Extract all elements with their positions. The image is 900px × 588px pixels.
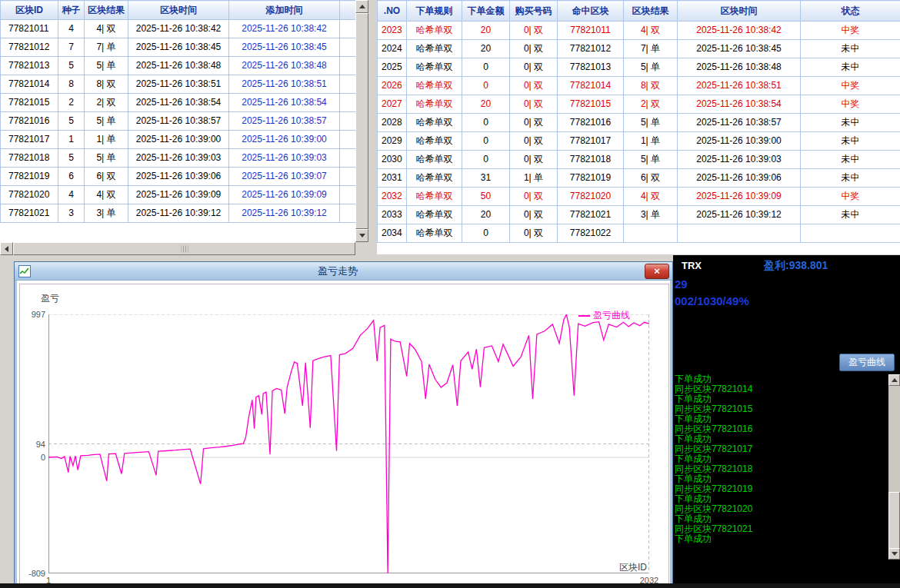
table-cell: 哈希单双 <box>407 224 462 243</box>
table-cell: 4 <box>58 20 85 38</box>
column-header[interactable]: 区块结果 <box>85 1 128 20</box>
table-cell: 5| 单 <box>85 57 128 75</box>
console-scrollbar[interactable] <box>888 374 900 560</box>
table-row[interactable]: 2025哈希单双00| 双778210135| 单2025-11-26 10:3… <box>378 58 900 77</box>
table-cell: 0| 双 <box>510 114 558 132</box>
table-row[interactable]: 7782101522| 双2025-11-26 10:38:542025-11-… <box>1 94 356 112</box>
table-cell: 2025-11-26 10:38:57 <box>229 112 340 131</box>
table-cell: 77821013 <box>558 58 624 77</box>
table-row[interactable]: 7782101144| 双2025-11-26 10:38:422025-11-… <box>1 20 356 38</box>
blocks-table-hscrollbar[interactable] <box>0 242 368 255</box>
table-cell: 77821014 <box>1 75 58 94</box>
table-row[interactable]: 7782101855| 单2025-11-26 10:39:032025-11-… <box>1 149 356 168</box>
table-row[interactable]: 7782101355| 单2025-11-26 10:38:482025-11-… <box>1 57 356 75</box>
table-cell: 0| 双 <box>510 95 558 114</box>
profit-curve-button[interactable]: 盈亏曲线 <box>839 354 895 371</box>
vscroll-thumb[interactable] <box>355 13 368 229</box>
table-row[interactable]: 7782101966| 双2025-11-26 10:39:062025-11-… <box>1 168 356 186</box>
scroll-left-button[interactable] <box>0 242 13 255</box>
table-row[interactable]: 2027哈希单双200| 双778210152| 双2025-11-26 10:… <box>378 95 900 114</box>
table-cell: 6 <box>58 168 85 186</box>
table-cell: 哈希单双 <box>407 132 462 151</box>
table-row[interactable]: 2033哈希单双200| 双778210213| 单2025-11-26 10:… <box>378 206 900 224</box>
table-cell: 77821011 <box>558 22 624 40</box>
column-header[interactable]: 命中区块 <box>558 1 624 22</box>
column-header-filler <box>340 1 356 20</box>
y-axis-title: 盈亏 <box>41 292 59 305</box>
window-title: 盈亏走势 <box>31 264 645 278</box>
table-cell: 20 <box>462 95 510 114</box>
table-row[interactable]: 2028哈希单双00| 双778210165| 单2025-11-26 10:3… <box>378 114 900 132</box>
window-body: 盈亏 区块ID 盈亏曲线 997940-80912032 <box>17 281 670 588</box>
console-scroll-up-button[interactable] <box>888 374 900 386</box>
table-cell: 未中 <box>801 40 900 58</box>
column-header[interactable]: 区块时间 <box>128 1 229 20</box>
table-row[interactable]: 7782101277| 单2025-11-26 10:38:452025-11-… <box>1 38 356 57</box>
column-header[interactable]: 区块结果 <box>624 1 678 22</box>
column-header[interactable]: 下单金额 <box>462 1 510 22</box>
table-cell: 2025-11-26 10:38:57 <box>678 114 801 132</box>
table-row[interactable]: 2026哈希单双00| 双778210148| 双2025-11-26 10:3… <box>378 77 900 95</box>
table-row[interactable]: 2030哈希单双00| 双778210185| 单2025-11-26 10:3… <box>378 151 900 169</box>
console-log[interactable]: 下单成功同步区块77821014下单成功同步区块77821015下单成功同步区块… <box>673 374 890 560</box>
table-row[interactable]: 2031哈希单双311| 单778210196| 双2025-11-26 10:… <box>378 169 900 188</box>
table-cell: 中奖 <box>801 95 900 114</box>
table-row[interactable]: 2034哈希单双00| 双77821022 <box>378 224 900 243</box>
table-cell: 0| 双 <box>510 77 558 95</box>
table-cell: 未中 <box>801 169 900 188</box>
table-row[interactable]: 2029哈希单双00| 双778210171| 单2025-11-26 10:3… <box>378 132 900 151</box>
table-row[interactable]: 2024哈希单双200| 双778210127| 单2025-11-26 10:… <box>378 40 900 58</box>
table-cell: 7| 单 <box>85 38 128 57</box>
close-button[interactable]: × <box>645 264 669 279</box>
table-cell: 未中 <box>801 206 900 224</box>
console-scroll-thumb[interactable] <box>888 492 900 550</box>
table-row[interactable]: 7782101655| 单2025-11-26 10:38:572025-11-… <box>1 112 356 131</box>
scroll-down-button[interactable] <box>355 229 368 242</box>
column-header[interactable]: 种子 <box>58 1 85 20</box>
table-cell: 2025-11-26 10:39:06 <box>128 168 229 186</box>
table-cell: 77821013 <box>1 57 58 75</box>
table-cell: 未中 <box>801 58 900 77</box>
table-cell: 3| 单 <box>85 204 128 223</box>
table-cell: 2025-11-26 10:39:03 <box>678 151 801 169</box>
table-cell <box>340 204 356 223</box>
table-cell: 77821012 <box>558 40 624 58</box>
table-row[interactable]: 7782102133| 单2025-11-26 10:39:122025-11-… <box>1 204 356 223</box>
table-cell <box>340 112 356 131</box>
console-scroll-down-button[interactable] <box>888 548 900 560</box>
column-header[interactable]: 添加时间 <box>229 1 340 20</box>
table-row[interactable]: 7782101711| 单2025-11-26 10:39:002025-11-… <box>1 131 356 149</box>
table-cell: 2025-11-26 10:38:54 <box>229 94 340 112</box>
table-cell: 0 <box>462 114 510 132</box>
table-cell: 5 <box>58 57 85 75</box>
table-cell <box>340 131 356 149</box>
table-cell <box>340 57 356 75</box>
column-header[interactable]: 区块时间 <box>678 1 801 22</box>
table-cell: 2025-11-26 10:38:45 <box>229 38 340 57</box>
blocks-table-body: 7782101144| 双2025-11-26 10:38:422025-11-… <box>1 20 356 223</box>
table-cell: 77821015 <box>558 95 624 114</box>
table-row[interactable]: 7782101488| 双2025-11-26 10:38:512025-11-… <box>1 75 356 94</box>
hscroll-thumb[interactable] <box>13 242 355 255</box>
table-cell: 中奖 <box>801 77 900 95</box>
table-cell: 77821020 <box>558 188 624 206</box>
table-cell: 50 <box>462 188 510 206</box>
column-header[interactable]: .NO <box>378 1 407 22</box>
table-cell: 2025-11-26 10:38:51 <box>678 77 801 95</box>
table-cell: 2030 <box>378 151 407 169</box>
table-cell: 2024 <box>378 40 407 58</box>
table-row[interactable]: 2032哈希单双500| 双778210204| 双2025-11-26 10:… <box>378 188 900 206</box>
window-titlebar[interactable]: 盈亏走势 × <box>15 262 672 281</box>
column-header[interactable]: 区块ID <box>1 1 58 20</box>
blocks-table-vscrollbar[interactable] <box>355 0 368 242</box>
scroll-up-button[interactable] <box>355 0 368 13</box>
column-header[interactable]: 购买号码 <box>510 1 558 22</box>
column-header[interactable]: 下单规则 <box>407 1 462 22</box>
table-cell: 未中 <box>801 132 900 151</box>
column-header[interactable]: 状态 <box>801 1 900 22</box>
orders-table-body: 2023哈希单双200| 双778210114| 双2025-11-26 10:… <box>378 22 900 243</box>
table-cell: 0| 双 <box>510 40 558 58</box>
table-cell: 4| 双 <box>624 22 678 40</box>
table-row[interactable]: 2023哈希单双200| 双778210114| 双2025-11-26 10:… <box>378 22 900 40</box>
table-row[interactable]: 7782102044| 双2025-11-26 10:39:092025-11-… <box>1 186 356 204</box>
